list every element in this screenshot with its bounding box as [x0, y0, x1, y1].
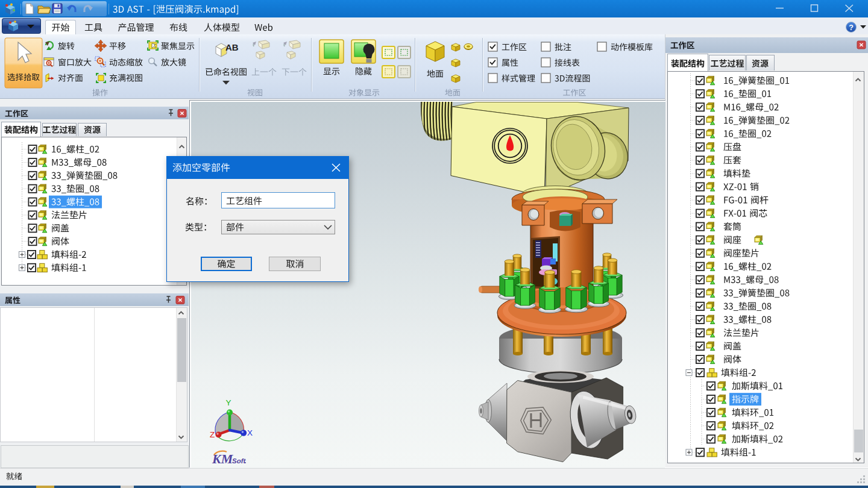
- svg-text:KM: KM: [212, 451, 234, 466]
- svg-text:Y: Y: [226, 398, 231, 407]
- svg-text:Soft: Soft: [232, 457, 247, 465]
- svg-text:Z: Z: [210, 430, 215, 439]
- svg-text:X: X: [247, 428, 253, 437]
